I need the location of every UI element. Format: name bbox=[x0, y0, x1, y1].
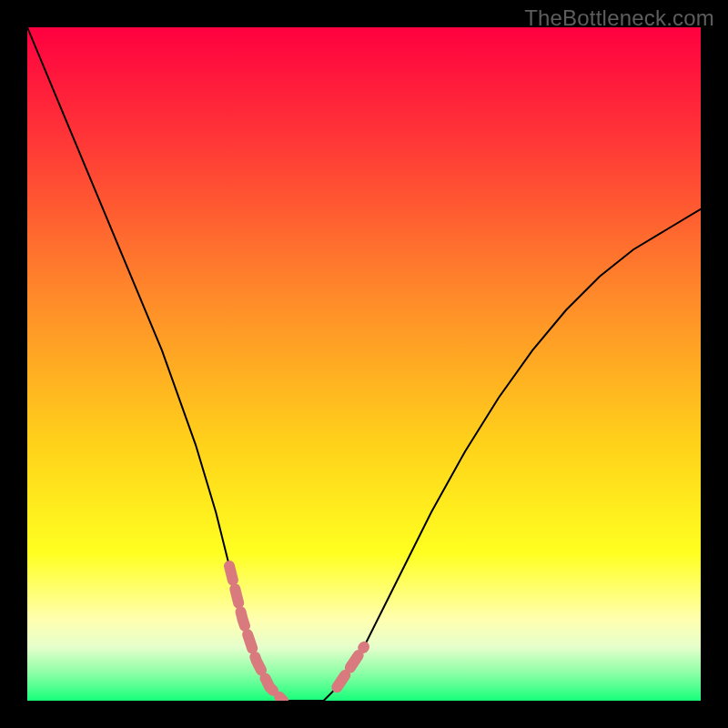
plot-area bbox=[27, 27, 701, 701]
bottleneck-curve bbox=[27, 27, 701, 701]
chart-container: TheBottleneck.com bbox=[0, 0, 728, 728]
